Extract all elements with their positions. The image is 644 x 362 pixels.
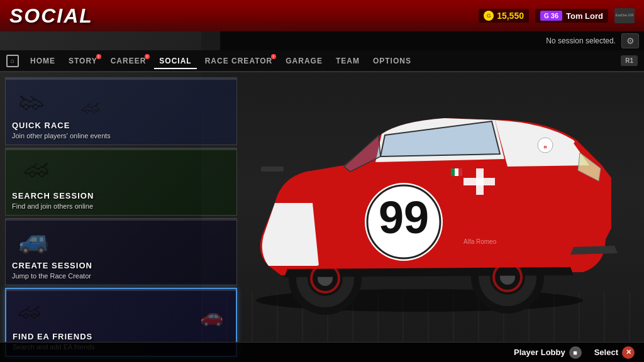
nav-item-options[interactable]: OPTIONS [368,54,416,68]
svg-rect-18 [451,168,455,176]
r1-button[interactable]: R1 [621,55,638,66]
car-display: 99 α Alfa Romeo [201,50,644,343]
lobby-label: Player Lobby [514,348,565,357]
create-session-title: CREATE SESSION [12,261,230,270]
player-badge: G 36 Tom Lord [535,9,608,23]
quick-race-content: QUICK RACE Join other players' online ev… [6,78,236,145]
nav-item-social[interactable]: SOCIAL [154,54,196,68]
currency-amount: 15,550 [497,11,524,21]
story-notification-dot: ! [96,54,101,59]
nav-item-race-creator[interactable]: RACE CREATOR ! [200,54,278,68]
player-level: 36 [551,12,558,19]
session-bar: No session selected. ⚙ [220,31,644,50]
race-car-svg: 99 α Alfa Romeo [218,77,627,316]
svg-text:99: 99 [379,192,429,243]
select-label: Select [594,348,618,357]
session-status: No session selected. [546,36,616,45]
quick-race-card[interactable]: QUICK RACE Join other players' online ev… [5,77,237,145]
svg-rect-20 [458,168,462,176]
nav-item-team[interactable]: TEAM [331,54,365,68]
search-session-content: SEARCH SESSION Find and join others onli… [6,148,236,215]
select-icon: ✕ [622,346,635,359]
search-session-title: SEARCH SESSION [12,191,230,200]
bottom-bar: Player Lobby ■ Select ✕ [0,342,644,362]
svg-text:Alfa Romeo: Alfa Romeo [464,238,497,245]
lobby-icon: ■ [569,346,582,359]
create-session-content: CREATE SESSION Jump to the Race Creator [6,219,236,285]
svg-rect-16 [270,175,275,197]
session-settings-icon[interactable]: ⚙ [621,33,639,48]
search-session-card[interactable]: SEARCH SESSION Find and join others onli… [5,148,237,216]
create-session-desc: Jump to the Race Creator [12,272,230,280]
svg-rect-17 [261,167,284,172]
home-icon[interactable]: ⌂ [6,55,19,67]
nav-item-garage[interactable]: GARAGE [280,54,328,68]
quick-race-desc: Join other players' online events [12,132,230,140]
career-notification-dot: ! [145,54,150,59]
nav-bar: ⌂ HOME STORY ! CAREER ! SOCIAL RACE CREA… [0,50,644,72]
player-lobby-action[interactable]: Player Lobby ■ [514,346,582,359]
select-action[interactable]: Select ✕ [594,346,635,359]
search-session-desc: Find and join others online [12,202,230,210]
find-ea-friends-title: FIND EA FRIENDS [13,332,230,341]
player-name: Tom Lord [566,11,603,21]
level-badge: G 36 [540,11,562,21]
svg-rect-19 [455,168,458,176]
nav-item-home[interactable]: HOME [25,54,60,68]
create-session-card[interactable]: CREATE SESSION Jump to the Race Creator [5,218,237,286]
currency-badge: G 15,550 [479,9,529,23]
header-right: G 15,550 G 36 Tom Lord EarDie.GR [479,8,635,23]
quick-race-title: QUICK RACE [12,121,230,130]
racecreator-notification-dot: ! [271,54,276,59]
level-icon-g: G [544,13,549,19]
nav-item-story[interactable]: STORY ! [64,54,103,68]
svg-text:α: α [544,144,547,150]
player-avatar: EarDie.GR [614,8,635,23]
page-title: SOCIAL [9,4,93,28]
header-bar: SOCIAL G 15,550 G 36 Tom Lord EarDie.GR [0,0,644,31]
coin-icon: G [484,11,494,21]
nav-item-career[interactable]: CAREER ! [106,54,152,68]
svg-rect-15 [476,168,484,195]
menu-cards-container: QUICK RACE Join other players' online ev… [0,72,242,362]
